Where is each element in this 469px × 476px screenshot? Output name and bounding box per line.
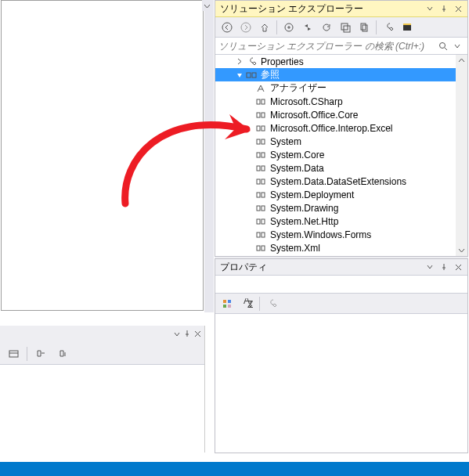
svg-rect-27 <box>257 193 260 197</box>
svg-point-10 <box>440 42 446 48</box>
scrollbar[interactable] <box>456 55 467 256</box>
svg-rect-17 <box>257 126 260 131</box>
svg-rect-9 <box>403 23 411 25</box>
solution-explorer-titlebar[interactable]: ソリューション エクスプローラー <box>215 1 467 17</box>
properties-toolbar: AZ <box>215 294 467 314</box>
assembly-icon <box>254 229 267 241</box>
tree-item[interactable]: System.Windows.Forms <box>270 229 376 240</box>
properties-selector[interactable] <box>215 276 467 294</box>
back-button[interactable] <box>218 19 236 36</box>
svg-point-1 <box>222 23 232 32</box>
aux-tool-2[interactable] <box>32 345 49 362</box>
tree-item[interactable]: Microsoft.Office.Core <box>270 110 363 121</box>
svg-rect-24 <box>262 166 265 171</box>
tree-item[interactable]: System.Data <box>270 163 329 174</box>
solution-explorer-title: ソリューション エクスプローラー <box>220 1 424 17</box>
assembly-icon <box>254 135 267 148</box>
dropdown-icon[interactable] <box>174 329 180 340</box>
svg-rect-31 <box>257 219 260 224</box>
assembly-icon <box>254 189 267 201</box>
close-icon[interactable] <box>452 261 464 273</box>
svg-rect-5 <box>344 26 350 32</box>
panel-menu-icon[interactable] <box>424 261 436 273</box>
svg-rect-23 <box>257 166 260 171</box>
svg-rect-36 <box>262 246 265 251</box>
divider <box>27 347 27 361</box>
scope-button[interactable] <box>280 19 298 36</box>
pin-icon[interactable] <box>183 329 191 340</box>
assembly-icon <box>254 175 267 188</box>
svg-rect-35 <box>257 246 260 251</box>
close-icon[interactable] <box>452 2 464 15</box>
aux-panel-header <box>0 326 204 343</box>
divider <box>276 20 277 34</box>
tree-item[interactable]: System.Core <box>270 150 329 160</box>
splitter-handle[interactable] <box>202 0 212 11</box>
solution-tree[interactable]: Properties参照アナライザーMicrosoft.CSharpMicros… <box>215 55 467 256</box>
properties-body <box>215 314 467 453</box>
svg-rect-22 <box>262 153 265 157</box>
references-icon <box>245 69 258 81</box>
tree-item[interactable]: Microsoft.Office.Interop.Excel <box>270 123 398 134</box>
alphabetical-button[interactable]: AZ <box>239 295 256 312</box>
tree-item[interactable]: System.Net.Http <box>270 216 343 227</box>
properties-titlebar[interactable]: プロパティ <box>215 259 467 276</box>
wrench-icon <box>245 56 258 68</box>
svg-rect-14 <box>262 99 265 104</box>
svg-rect-18 <box>262 126 265 131</box>
show-all-files-button[interactable] <box>355 19 373 36</box>
expander-icon[interactable] <box>235 70 244 79</box>
svg-rect-29 <box>257 206 260 211</box>
svg-rect-16 <box>262 113 265 117</box>
tree-item[interactable]: System.Xml <box>270 243 325 254</box>
panel-menu-icon[interactable] <box>424 2 436 15</box>
aux-tool-1[interactable] <box>5 345 22 362</box>
solution-explorer-toolbar <box>215 17 467 38</box>
refresh-button[interactable] <box>318 19 335 36</box>
collapse-all-button[interactable] <box>337 19 354 36</box>
svg-rect-40 <box>228 305 231 308</box>
svg-rect-38 <box>228 300 231 303</box>
scroll-down-icon[interactable] <box>456 244 467 256</box>
tree-item[interactable]: System.Drawing <box>270 203 343 214</box>
pin-icon[interactable] <box>438 2 450 15</box>
svg-rect-8 <box>403 25 411 31</box>
tree-item-references[interactable]: 参照 <box>261 68 284 81</box>
tree-item[interactable]: アナライザー <box>270 81 331 95</box>
svg-rect-28 <box>262 193 265 197</box>
editor-area[interactable] <box>1 0 204 311</box>
tree-item[interactable]: System.Deployment <box>270 189 359 200</box>
forward-button[interactable] <box>237 19 254 36</box>
properties-button[interactable] <box>380 19 397 36</box>
tree-item[interactable]: System <box>270 136 306 147</box>
svg-rect-21 <box>257 153 260 157</box>
search-dropdown-icon[interactable] <box>450 39 464 53</box>
assembly-icon <box>254 109 267 121</box>
solution-explorer-search-input[interactable] <box>218 41 436 52</box>
home-button[interactable] <box>256 19 273 36</box>
search-icon[interactable] <box>436 39 450 53</box>
tree-item-properties[interactable]: Properties <box>261 56 308 67</box>
expander-icon[interactable] <box>235 57 244 66</box>
close-icon[interactable] <box>194 329 201 340</box>
preview-button[interactable] <box>399 19 416 36</box>
assembly-icon <box>254 215 267 228</box>
scroll-up-icon[interactable] <box>456 55 467 67</box>
svg-rect-11 <box>247 73 251 78</box>
divider <box>376 20 377 34</box>
tree-item[interactable]: Microsoft.CSharp <box>270 96 348 107</box>
assembly-icon <box>254 96 267 108</box>
sync-button[interactable] <box>299 19 316 36</box>
categorized-button[interactable] <box>218 295 236 312</box>
property-pages-button[interactable] <box>263 295 280 312</box>
svg-rect-33 <box>257 233 260 237</box>
svg-rect-19 <box>257 139 260 144</box>
aux-panel <box>0 326 205 453</box>
pin-icon[interactable] <box>438 261 450 273</box>
svg-rect-6 <box>361 23 366 30</box>
svg-rect-15 <box>257 113 260 117</box>
svg-rect-39 <box>223 305 226 308</box>
aux-tool-3[interactable] <box>54 345 71 362</box>
tree-item[interactable]: System.Data.DataSetExtensions <box>270 176 411 187</box>
svg-rect-30 <box>262 206 265 211</box>
